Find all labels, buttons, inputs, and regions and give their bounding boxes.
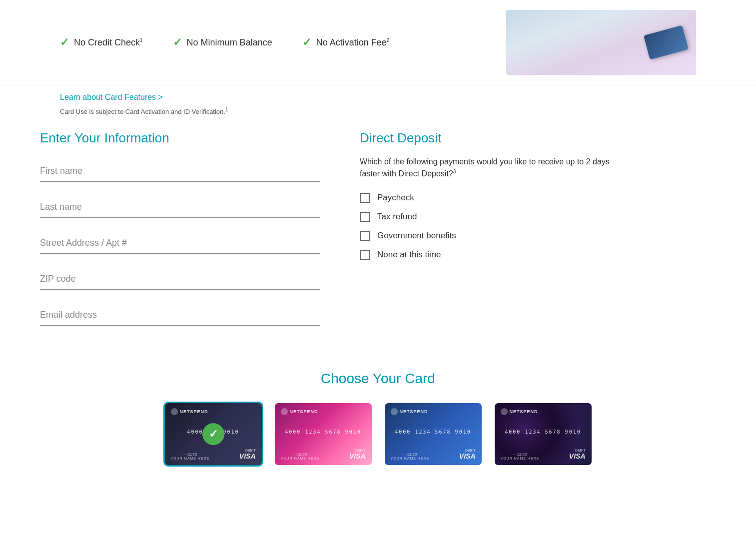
- last-name-input[interactable]: [40, 197, 320, 218]
- card-bottom-right-3: DEBIT VISA: [459, 449, 476, 460]
- card-debit-3: DEBIT: [465, 449, 476, 452]
- card-option-bokeh[interactable]: NETSPEND 4000 1234 5678 9010 —12/20 YOUR…: [493, 402, 593, 467]
- selected-check-icon: ✓: [202, 423, 224, 445]
- card-option-pink[interactable]: NETSPEND 4000 1234 5678 9010 —12/20 YOUR…: [273, 402, 373, 467]
- deposit-description: Which of the following payments would yo…: [360, 156, 610, 180]
- cards-section: Choose Your Card NETSPEND 4000 123 9010 …: [0, 371, 756, 467]
- check-icon-1: ✓: [60, 36, 69, 49]
- card-option-blue[interactable]: NETSPEND 4000 1234 5678 9010 —12/20 YOUR…: [383, 402, 483, 467]
- street-address-group: [40, 233, 320, 254]
- card-debit-2: DEBIT: [355, 449, 366, 452]
- card-logo-2: NETSPEND: [281, 408, 366, 415]
- card-name-label-1: YOUR NAME HERE: [171, 457, 210, 460]
- card-bottom-1: —12/20 YOUR NAME HERE DEBIT VISA: [171, 449, 256, 460]
- card-expiry-2: —12/20: [281, 452, 320, 457]
- card-bottom-left-1: —12/20 YOUR NAME HERE: [171, 452, 210, 460]
- first-name-group: [40, 161, 320, 182]
- tax-refund-option[interactable]: Tax refund: [360, 212, 610, 222]
- card-logo-circle-1: [171, 408, 178, 415]
- card-bottom-3: —12/20 YOUR NAME HERE DEBIT VISA: [391, 449, 476, 460]
- card-debit-4: DEBIT: [575, 449, 586, 452]
- card-bottom-left-3: —12/20 YOUR NAME HERE: [391, 452, 430, 460]
- card-bottom-right-2: DEBIT VISA: [349, 449, 366, 460]
- card-logo-1: NETSPEND: [171, 408, 256, 415]
- deposit-section: Direct Deposit Which of the following pa…: [360, 130, 610, 341]
- card-bottom-2: —12/20 YOUR NAME HERE DEBIT VISA: [281, 449, 366, 460]
- learn-features-link[interactable]: Learn about Card Features >: [0, 85, 756, 104]
- card-logo-circle-4: [501, 408, 508, 415]
- tax-refund-label: Tax refund: [377, 212, 417, 222]
- check-icon-2: ✓: [173, 36, 182, 49]
- paycheck-label: Paycheck: [377, 193, 414, 203]
- card-bottom-4: —12/20 YOUR NAME HERE DEBIT VISA: [501, 449, 586, 460]
- benefit-label-2: No Minimum Balance: [187, 37, 272, 48]
- none-label: None at this time: [377, 250, 441, 260]
- benefit-no-activation-fee: ✓ No Activation Fee2: [302, 36, 390, 49]
- form-section: Enter Your Information: [40, 130, 320, 341]
- gov-benefits-label: Government benefits: [377, 231, 456, 241]
- cards-title: Choose Your Card: [40, 371, 716, 387]
- gov-benefits-option[interactable]: Government benefits: [360, 231, 610, 241]
- card-visa-4: VISA: [569, 452, 586, 460]
- notice-text: Card Use is subject to Card Activation a…: [0, 104, 756, 130]
- last-name-group: [40, 197, 320, 218]
- card-bokeh-inner: NETSPEND 4000 1234 5678 9010 —12/20 YOUR…: [495, 403, 592, 465]
- card-blue-inner: NETSPEND 4000 1234 5678 9010 —12/20 YOUR…: [385, 403, 482, 465]
- paycheck-checkbox[interactable]: [360, 193, 370, 203]
- paycheck-option[interactable]: Paycheck: [360, 193, 610, 203]
- card-dark-inner: NETSPEND 4000 123 9010 —12/20 YOUR NAME …: [165, 403, 262, 465]
- card-option-dark[interactable]: NETSPEND 4000 123 9010 —12/20 YOUR NAME …: [163, 402, 263, 467]
- card-logo-4: NETSPEND: [501, 408, 586, 415]
- zip-code-group: [40, 269, 320, 290]
- gov-benefits-checkbox[interactable]: [360, 231, 370, 241]
- email-group: [40, 305, 320, 326]
- first-name-input[interactable]: [40, 161, 320, 182]
- benefit-label-3: No Activation Fee2: [316, 37, 390, 48]
- card-logo-circle-2: [281, 408, 288, 415]
- main-content: Enter Your Information Direct Deposit Wh…: [0, 130, 756, 341]
- card-expiry-1: —12/20: [171, 452, 210, 457]
- hero-card-decoration: [644, 25, 689, 59]
- card-name-label-4: YOUR NAME HERE: [501, 457, 540, 460]
- card-name-label-3: YOUR NAME HERE: [391, 457, 430, 460]
- street-address-input[interactable]: [40, 233, 320, 254]
- card-expiry-3: —12/20: [391, 452, 430, 457]
- check-icon-3: ✓: [302, 36, 311, 49]
- email-input[interactable]: [40, 305, 320, 326]
- benefits-list: ✓ No Credit Check1 ✓ No Minimum Balance …: [60, 36, 506, 49]
- card-expiry-4: —12/20: [501, 452, 540, 457]
- card-number-3: 4000 1234 5678 9010: [391, 429, 476, 435]
- none-checkbox[interactable]: [360, 250, 370, 260]
- form-title: Enter Your Information: [40, 130, 320, 146]
- hero-image: [506, 10, 696, 75]
- cards-grid: NETSPEND 4000 123 9010 —12/20 YOUR NAME …: [40, 402, 716, 467]
- card-number-2: 4000 1234 5678 9010: [281, 429, 366, 435]
- zip-code-input[interactable]: [40, 269, 320, 290]
- card-pink-inner: NETSPEND 4000 1234 5678 9010 —12/20 YOUR…: [275, 403, 372, 465]
- deposit-title: Direct Deposit: [360, 130, 610, 146]
- card-bottom-right-4: DEBIT VISA: [569, 449, 586, 460]
- card-logo-circle-3: [391, 408, 398, 415]
- none-option[interactable]: None at this time: [360, 250, 610, 260]
- benefit-label-1: No Credit Check1: [74, 37, 143, 48]
- card-bottom-left-2: —12/20 YOUR NAME HERE: [281, 452, 320, 460]
- benefits-bar: ✓ No Credit Check1 ✓ No Minimum Balance …: [0, 0, 756, 85]
- card-bottom-right-1: DEBIT VISA: [239, 449, 256, 460]
- benefit-no-credit-check: ✓ No Credit Check1: [60, 36, 143, 49]
- card-logo-3: NETSPEND: [391, 408, 476, 415]
- benefit-no-minimum-balance: ✓ No Minimum Balance: [173, 36, 272, 49]
- card-visa-2: VISA: [349, 452, 366, 460]
- card-visa-1: VISA: [239, 452, 256, 460]
- card-debit-1: DEBIT: [245, 449, 256, 452]
- card-visa-3: VISA: [459, 452, 476, 460]
- tax-refund-checkbox[interactable]: [360, 212, 370, 222]
- deposit-options: Paycheck Tax refund Government benefits …: [360, 193, 610, 260]
- card-name-label-2: YOUR NAME HERE: [281, 457, 320, 460]
- card-bottom-left-4: —12/20 YOUR NAME HERE: [501, 452, 540, 460]
- card-number-4: 4000 1234 5678 9010: [501, 429, 586, 435]
